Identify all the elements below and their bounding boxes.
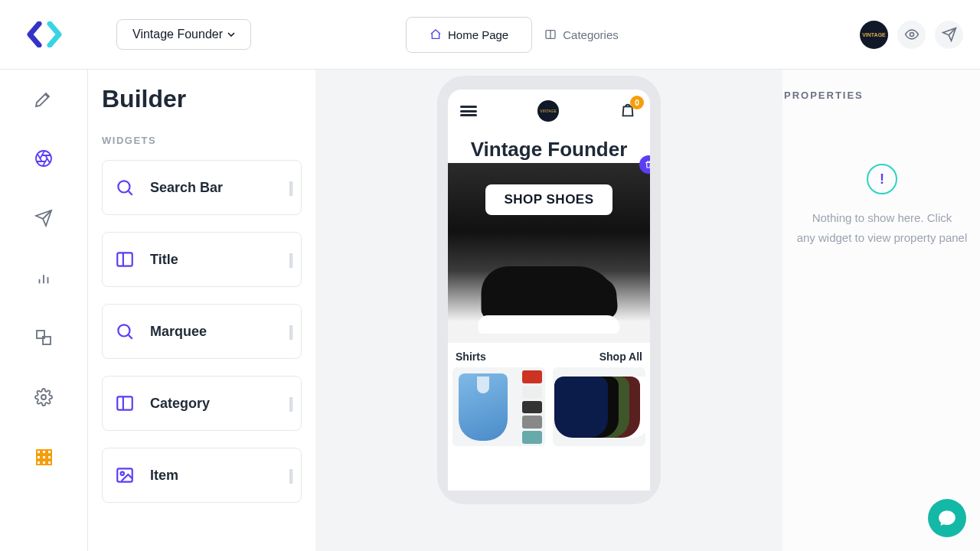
svg-rect-25 bbox=[117, 396, 132, 409]
product-card[interactable] bbox=[553, 367, 645, 446]
properties-empty-text: Nothing to show here. Click bbox=[797, 208, 968, 228]
support-chat-button[interactable] bbox=[928, 499, 966, 537]
rail-components[interactable] bbox=[33, 327, 54, 348]
drag-handle-icon[interactable]: || bbox=[289, 251, 292, 269]
rail-analytics[interactable] bbox=[33, 267, 54, 289]
canvas-area: VINTAGE 0 Vintage Founder ↑↓ SHOP SHOES bbox=[315, 70, 782, 551]
svg-rect-16 bbox=[37, 461, 41, 465]
svg-rect-21 bbox=[117, 253, 132, 266]
svg-rect-18 bbox=[47, 461, 51, 465]
builder-panel: Builder WIDGETS Search Bar || Title || M… bbox=[88, 70, 315, 535]
store-selector-dropdown[interactable]: Vintage Founder bbox=[116, 19, 251, 50]
svg-point-23 bbox=[118, 324, 129, 336]
product-card[interactable] bbox=[452, 367, 545, 446]
store-selector-label: Vintage Founder bbox=[132, 28, 223, 41]
section-shop-all-link[interactable]: Shop All bbox=[599, 350, 642, 363]
svg-rect-11 bbox=[42, 450, 46, 454]
widget-title[interactable]: Title || bbox=[102, 232, 302, 287]
store-avatar[interactable]: VINTAGE bbox=[860, 21, 888, 49]
image-icon bbox=[115, 465, 135, 485]
widget-marquee[interactable]: Marquee || bbox=[102, 304, 302, 359]
nav-home-page[interactable]: Home Page bbox=[406, 17, 532, 53]
widget-item[interactable]: Item || bbox=[102, 448, 302, 503]
app-logo bbox=[0, 21, 88, 47]
hero-widget[interactable]: SHOP SHOES bbox=[448, 163, 650, 343]
svg-rect-17 bbox=[42, 461, 46, 465]
drag-handle-icon[interactable]: || bbox=[289, 467, 292, 484]
nav-categories[interactable]: Categories bbox=[544, 28, 619, 41]
svg-line-24 bbox=[129, 335, 132, 339]
drag-handle-icon[interactable]: || bbox=[289, 395, 292, 412]
chat-icon bbox=[937, 508, 957, 528]
svg-point-19 bbox=[118, 181, 129, 192]
publish-button[interactable] bbox=[935, 21, 963, 49]
section-title: Shirts bbox=[456, 350, 486, 363]
columns-icon bbox=[544, 28, 557, 41]
svg-rect-12 bbox=[47, 450, 51, 454]
properties-empty-text: any widget to view property panel bbox=[797, 228, 968, 248]
widget-label: Category bbox=[150, 396, 210, 412]
eye-icon bbox=[904, 27, 920, 42]
hero-cta-button[interactable]: SHOP SHOES bbox=[485, 184, 612, 215]
info-icon: ! bbox=[867, 164, 897, 194]
svg-rect-14 bbox=[42, 455, 46, 459]
phone-frame: VINTAGE 0 Vintage Founder ↑↓ SHOP SHOES bbox=[437, 76, 661, 504]
home-icon bbox=[430, 28, 442, 41]
svg-line-20 bbox=[129, 191, 132, 195]
search-icon bbox=[115, 178, 135, 197]
svg-rect-15 bbox=[47, 455, 51, 459]
hamburger-icon[interactable] bbox=[460, 106, 477, 116]
preview-store-logo: VINTAGE bbox=[537, 100, 559, 122]
svg-rect-13 bbox=[37, 455, 41, 459]
send-icon bbox=[942, 27, 957, 42]
widgets-section-label: WIDGETS bbox=[102, 135, 302, 146]
properties-panel: PROPERTIES ! Nothing to show here. Click… bbox=[782, 70, 980, 551]
rail-settings[interactable] bbox=[33, 386, 54, 408]
trash-icon bbox=[644, 160, 650, 169]
preview-store-title: Vintage Founder bbox=[448, 138, 650, 161]
rail-send[interactable] bbox=[33, 207, 54, 229]
cart-button[interactable]: 0 bbox=[619, 102, 638, 120]
nav-categories-label: Categories bbox=[563, 28, 619, 41]
widget-label: Title bbox=[150, 252, 178, 268]
drag-handle-icon[interactable]: || bbox=[289, 323, 292, 341]
rail-aperture[interactable] bbox=[33, 148, 54, 169]
widget-category[interactable]: Category || bbox=[102, 376, 302, 431]
widget-label: Search Bar bbox=[150, 180, 223, 196]
cart-count-badge: 0 bbox=[630, 96, 644, 109]
phone-screen[interactable]: VINTAGE 0 Vintage Founder ↑↓ SHOP SHOES bbox=[448, 90, 650, 491]
preview-button[interactable] bbox=[897, 21, 926, 49]
caret-down-icon bbox=[227, 32, 235, 37]
hero-product-image bbox=[479, 257, 620, 334]
svg-point-9 bbox=[41, 395, 46, 399]
svg-rect-10 bbox=[37, 450, 41, 454]
properties-heading: PROPERTIES bbox=[784, 90, 980, 101]
drag-handle-icon[interactable]: || bbox=[289, 179, 292, 197]
builder-title: Builder bbox=[102, 85, 302, 113]
layout-icon bbox=[115, 249, 135, 269]
search-icon bbox=[115, 321, 135, 341]
widget-label: Item bbox=[150, 468, 178, 484]
svg-point-2 bbox=[910, 33, 913, 37]
svg-point-28 bbox=[121, 472, 124, 475]
widget-label: Marquee bbox=[150, 324, 207, 340]
widget-search-bar[interactable]: Search Bar || bbox=[102, 160, 302, 215]
nav-home-label: Home Page bbox=[448, 28, 508, 41]
rail-grid[interactable] bbox=[33, 446, 54, 468]
layout-icon bbox=[115, 393, 135, 413]
rail-pen-tool[interactable] bbox=[33, 88, 54, 109]
